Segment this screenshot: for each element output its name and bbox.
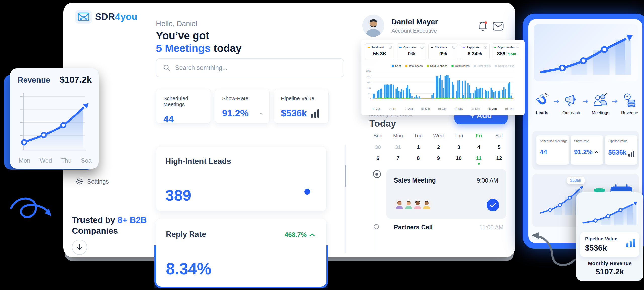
calendar-day[interactable]: 11: [469, 155, 489, 161]
page: SDR4you Hello, Daniel You’ve got 5 Meeti…: [0, 0, 644, 290]
sales-funnel: LeadsOutreachMeetings€Revenue: [531, 93, 640, 115]
gear-icon: [75, 178, 83, 185]
user-role: Account Executive: [391, 28, 437, 34]
revenue-chart-x-axis: Mon Wed Thu Soa: [19, 157, 92, 164]
calendar-day[interactable]: 10: [449, 155, 469, 161]
magnet-icon: [535, 93, 549, 108]
calendar-day[interactable]: 9: [428, 155, 449, 161]
messages-mail-icon[interactable]: [493, 22, 504, 31]
weekday-label: Tue: [408, 133, 428, 139]
calendar-day[interactable]: 31: [388, 144, 408, 150]
calendar-day[interactable]: 4: [469, 144, 489, 150]
calendar-day[interactable]: 6: [368, 155, 388, 161]
tablet-stat-scheduled[interactable]: Scheduled Meetings 44: [536, 135, 569, 165]
attendee-avatars: [394, 199, 430, 211]
arrow-right-icon: [583, 100, 589, 103]
funnel-step-revenue: €Revenue: [619, 93, 640, 115]
legend-item[interactable]: Sent: [392, 64, 401, 67]
pipeline-value-tile[interactable]: Pipeline Value $536k: [580, 232, 639, 257]
app-logo[interactable]: SDR4you: [75, 10, 137, 24]
event-card-sales-meeting[interactable]: Sales Meeting 9:00 AM: [386, 169, 506, 219]
email-stat-card[interactable]: Click ratei0%: [428, 43, 458, 60]
settings-menu-item[interactable]: Settings: [75, 178, 109, 185]
legend-item[interactable]: Unique clicks: [495, 64, 514, 67]
info-icon: i: [516, 46, 519, 49]
people-check-icon: [593, 93, 608, 108]
svg-text:i: i: [517, 46, 518, 48]
search-input[interactable]: [175, 64, 337, 72]
greeting-line1: You’ve got: [156, 30, 209, 42]
tablet-stat-show-rate[interactable]: Show-Rate 91.2%: [571, 135, 603, 165]
email-stats-row: Total senti55.3KOpen ratei0%Click ratei0…: [365, 43, 521, 60]
blue-dot-indicator: [304, 189, 310, 195]
legend-item[interactable]: Total opens: [405, 64, 423, 67]
chart-legend: SentTotal opensUnique opensTotal replies…: [392, 64, 514, 67]
revenue-card: Revenue $107.2k Mon Wed Thu Soa: [10, 68, 99, 169]
reply-rate-card[interactable]: Reply Rate 468.7% 8.34%: [156, 218, 327, 287]
calendar-day[interactable]: 30: [368, 144, 388, 150]
email-activity-chart: 10008006004002000: [364, 69, 520, 107]
email-stat-card[interactable]: Open ratei0%: [397, 43, 426, 60]
funnel-step-leads: Leads: [531, 93, 553, 115]
logo-envelope-icon: [75, 10, 92, 24]
stat-card-show-rate[interactable]: Show-Rate 91.2%: [215, 89, 270, 123]
legend-item[interactable]: Total replies: [451, 64, 470, 67]
email-stat-card[interactable]: Reply ratei8.34%: [460, 43, 490, 60]
stat-card-pipeline-value[interactable]: Pipeline Value $536k: [274, 89, 329, 123]
svg-text:1000: 1000: [366, 70, 371, 72]
monthly-revenue-label: Monthly Revenue: [576, 260, 643, 266]
chevron-up-icon: [595, 151, 599, 153]
calendar-day[interactable]: 3: [449, 144, 469, 150]
event-title-partners-call[interactable]: Partners Call: [394, 224, 433, 231]
arrow-right-icon: [553, 100, 560, 103]
search-bar[interactable]: [156, 58, 344, 77]
notifications-bell-icon[interactable]: [477, 21, 488, 32]
calendar-day[interactable]: 2: [428, 144, 449, 150]
calendar-day[interactable]: 8: [408, 155, 428, 161]
timeline-line: [376, 179, 376, 252]
legend-item[interactable]: Total clicks: [474, 64, 491, 67]
pipeline-summary-card: Pipeline Value $536k Monthly Revenue $10…: [576, 192, 643, 281]
doodle-loop-arrow: [10, 193, 58, 231]
event-done-check-icon[interactable]: [487, 199, 499, 211]
scroll-down-button[interactable]: [72, 240, 87, 255]
tablet-stat-pipeline[interactable]: Pipeline Value $536k: [605, 135, 637, 165]
svg-text:200: 200: [367, 92, 371, 95]
high-intent-leads-card[interactable]: High-Intent Leads 389: [156, 146, 327, 211]
user-name: Daniel Mayer: [391, 18, 438, 26]
calendar-day[interactable]: 1: [408, 144, 428, 150]
value-chip: $536k: [567, 177, 585, 184]
email-stat-card[interactable]: Opportunitiesi389|$748: [492, 43, 521, 60]
arrow-down-icon: [76, 244, 83, 250]
calendar-row: 303112345: [368, 144, 509, 150]
calendar-day[interactable]: 7: [388, 155, 408, 161]
svg-text:€: €: [626, 95, 628, 99]
bar-chart-icon: [626, 239, 635, 247]
funnel-step-outreach: Outreach: [560, 93, 582, 115]
scrollbar-thumb[interactable]: [345, 165, 346, 187]
user-avatar[interactable]: [362, 15, 384, 37]
legend-item[interactable]: Unique opens: [427, 64, 447, 67]
calendar-day[interactable]: 5: [489, 144, 509, 150]
calendar-title: Today: [369, 118, 396, 129]
weekday-label: Sun: [368, 133, 388, 139]
trusted-by-text: Trusted by 8+ B2B Companies: [72, 214, 147, 236]
email-analytics-panel: Total senti55.3KOpen ratei0%Click ratei0…: [361, 40, 525, 115]
weekday-label: Fri: [469, 133, 489, 139]
doodle-curve-arrow: [521, 222, 582, 272]
weekday-label: Thu: [449, 133, 469, 139]
email-stat-card[interactable]: Total senti55.3K: [365, 43, 394, 60]
timeline-marker-active: [373, 170, 381, 178]
svg-text:i: i: [454, 46, 454, 48]
tablet-growth-chart-card: [534, 24, 638, 81]
bar-chart-icon: [311, 109, 319, 118]
svg-text:800: 800: [367, 75, 371, 78]
svg-text:600: 600: [367, 81, 371, 84]
chevron-up-icon[interactable]: [260, 111, 262, 115]
monthly-revenue-value: $107.2k: [576, 267, 643, 276]
tablet-stats-panel: Scheduled Meetings 44 Show-Rate 91.2% Pi…: [532, 131, 639, 170]
calendar-day[interactable]: 12: [489, 155, 509, 161]
scrollbar-track[interactable]: [345, 145, 346, 253]
stat-card-scheduled-meetings[interactable]: Scheduled Meetings 44: [156, 89, 211, 123]
weekday-label: Mon: [388, 133, 408, 139]
